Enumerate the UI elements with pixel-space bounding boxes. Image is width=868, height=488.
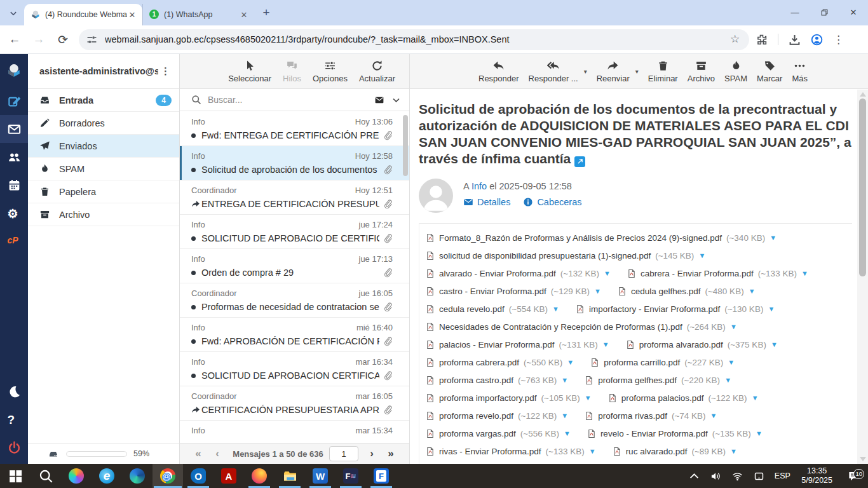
taskbar-chrome[interactable] bbox=[153, 464, 183, 488]
rail-item-compose[interactable] bbox=[0, 87, 28, 115]
attachment-menu-icon[interactable]: ▼ bbox=[730, 323, 737, 330]
message-row[interactable]: InfoHoy 12:58Solicitud de aprobación de … bbox=[180, 146, 409, 180]
volume-icon[interactable] bbox=[705, 471, 726, 482]
search-scope-icon[interactable] bbox=[373, 95, 386, 105]
toolbar-button-eliminar[interactable]: Eliminar bbox=[648, 60, 678, 83]
minimize-button[interactable]: — bbox=[780, 0, 810, 24]
attachment-menu-icon[interactable]: ▼ bbox=[561, 376, 568, 384]
notification-center[interactable]: 10 bbox=[839, 470, 868, 482]
attachment-item[interactable]: proforma imporfactory.pdf(~105 KB)▼ bbox=[426, 389, 592, 407]
attachment-name[interactable]: cabrera - Enviar Proforma.pdf bbox=[641, 269, 754, 278]
profile-icon[interactable] bbox=[811, 34, 823, 46]
rail-item-calendar[interactable] bbox=[0, 171, 28, 199]
reload-button[interactable]: ⟳ bbox=[53, 30, 72, 49]
bookmark-star-icon[interactable]: ☆ bbox=[730, 34, 742, 45]
back-button[interactable]: ← bbox=[5, 30, 24, 49]
attachment-menu-icon[interactable]: ▼ bbox=[801, 269, 808, 277]
attachment-item[interactable]: proforma cabrera.pdf(~550 KB)▼ bbox=[426, 353, 574, 371]
attachment-menu-icon[interactable]: ▼ bbox=[589, 447, 596, 455]
attachment-item[interactable]: Necesidades de Contratación y Recepción … bbox=[426, 318, 737, 336]
attachment-menu-icon[interactable]: ▼ bbox=[730, 447, 737, 455]
folder-item-entrada[interactable]: Entrada4 bbox=[28, 89, 179, 112]
taskbar-firefox[interactable] bbox=[244, 464, 275, 488]
attachment-item[interactable]: rivas - Enviar Proforma.pdf(~133 KB)▼ bbox=[426, 442, 596, 460]
attachment-name[interactable]: solicitud de disponibilidad presupuestar… bbox=[439, 251, 651, 261]
next-page-button[interactable]: › bbox=[362, 447, 381, 460]
browser-menu-icon[interactable]: ⋮ bbox=[833, 33, 841, 46]
attachment-name[interactable]: proforma vargas.pdf bbox=[439, 429, 516, 438]
recipient-link[interactable]: Info bbox=[471, 181, 487, 191]
folder-item-papelera[interactable]: Papelera bbox=[28, 180, 179, 203]
attachment-menu-icon[interactable]: ▼ bbox=[561, 412, 568, 419]
attachment-name[interactable]: ruc alvarado.pdf bbox=[626, 447, 688, 456]
attachment-menu-icon[interactable]: ▼ bbox=[710, 412, 717, 419]
taskbar-outlook[interactable]: O bbox=[183, 464, 214, 488]
rail-item-dark-mode[interactable] bbox=[0, 377, 28, 405]
attachment-name[interactable]: imporfactory - Enviar Proforma.pdf bbox=[589, 304, 720, 314]
taskbar-start[interactable] bbox=[0, 464, 31, 488]
first-page-button[interactable]: « bbox=[189, 447, 208, 460]
toolbar-button-opciones[interactable]: Opciones bbox=[313, 60, 348, 83]
clock[interactable]: 13:35 5/9/2025 bbox=[795, 466, 839, 485]
account-menu-icon[interactable]: ⋮ bbox=[158, 65, 173, 77]
dropdown-caret-icon[interactable]: ▾ bbox=[635, 68, 639, 75]
message-row[interactable]: CoordinadorHoy 12:51ENTREGA DE CERTIFICA… bbox=[180, 180, 409, 215]
site-info-icon[interactable] bbox=[86, 34, 97, 45]
scroll-down-arrow[interactable] bbox=[860, 457, 866, 461]
attachment-name[interactable]: rivas - Enviar Proforma.pdf bbox=[439, 447, 541, 456]
rail-item-contacts[interactable] bbox=[0, 143, 28, 171]
attachment-name[interactable]: proforma cabrera.pdf bbox=[439, 358, 519, 367]
address-bar[interactable]: webmail.sanjuan.gob.ec/cpsess4685020211/… bbox=[79, 29, 749, 50]
toolbar-button-reenviar[interactable]: Reenviar bbox=[597, 60, 630, 83]
attachment-name[interactable]: proforma alvarado.pdf bbox=[639, 340, 723, 349]
folder-item-spam[interactable]: SPAM bbox=[28, 158, 179, 180]
new-tab-button[interactable]: + bbox=[258, 4, 275, 21]
reader-scrollbar[interactable] bbox=[857, 90, 868, 464]
attachment-item[interactable]: cedula revelo.pdf(~554 KB)▼ bbox=[426, 300, 559, 318]
message-row[interactable]: Infomar 15:34 bbox=[180, 421, 409, 443]
attachment-item[interactable]: ruc alvarado.pdf(~89 KB)▼ bbox=[613, 442, 737, 460]
attachment-item[interactable]: solicitud de disponibilidad presupuestar… bbox=[426, 247, 705, 264]
attachment-item[interactable]: palacios - Enviar Proforma.pdf(~131 KB)▼ bbox=[426, 336, 609, 353]
tray-expand-icon[interactable] bbox=[683, 471, 705, 482]
message-row[interactable]: Coordinadormar 16:05CERTIFICACIÓN PRESUP… bbox=[180, 386, 409, 421]
taskbar-edge[interactable] bbox=[122, 464, 153, 488]
attachment-menu-icon[interactable]: ▼ bbox=[770, 234, 776, 241]
folder-item-enviados[interactable]: Enviados bbox=[28, 135, 179, 158]
attachment-item[interactable]: proforma palacios.pdf(~122 KB)▼ bbox=[608, 389, 759, 407]
attachment-name[interactable]: proforma gelfhes.pdf bbox=[598, 376, 677, 385]
taskbar-acrobat[interactable]: A bbox=[214, 464, 244, 488]
attachment-name[interactable]: revelo - Enviar Proforma.pdf bbox=[600, 429, 708, 438]
last-page-button[interactable]: » bbox=[381, 447, 400, 460]
toolbar-button-marcar[interactable]: Marcar bbox=[757, 60, 782, 83]
attachment-menu-icon[interactable]: ▼ bbox=[728, 358, 735, 366]
message-row[interactable]: InfoHoy 13:06Fwd: ENTREGA DE CERTIFICACI… bbox=[180, 112, 409, 146]
attachment-item[interactable]: cabrera - Enviar Proforma.pdf(~133 KB)▼ bbox=[627, 264, 808, 282]
url-text[interactable]: webmail.sanjuan.gob.ec/cpsess4685020211/… bbox=[105, 34, 730, 44]
attachment-name[interactable]: Formato_8_Razón de Proformas y Análisis … bbox=[439, 233, 722, 243]
attachment-name[interactable]: proforma revelo.pdf bbox=[439, 411, 513, 421]
attachment-item[interactable]: proforma rivas.pdf(~74 KB)▼ bbox=[585, 407, 717, 424]
attachment-name[interactable]: cedula gelfhes.pdf bbox=[631, 287, 701, 296]
attachment-item[interactable]: cedula gelfhes.pdf(~480 KB)▼ bbox=[618, 282, 756, 300]
attachment-menu-icon[interactable]: ▼ bbox=[768, 305, 775, 313]
attachment-item[interactable]: proforma vargas.pdf(~556 KB)▼ bbox=[426, 424, 571, 442]
rail-item-logout[interactable] bbox=[0, 433, 28, 461]
attachment-menu-icon[interactable]: ▼ bbox=[564, 430, 571, 437]
attachment-item[interactable]: proforma gelfhes.pdf(~220 KB)▼ bbox=[585, 371, 731, 389]
scrollbar-thumb[interactable] bbox=[859, 98, 866, 276]
attachment-menu-icon[interactable]: ▼ bbox=[602, 341, 609, 348]
attachment-menu-icon[interactable]: ▼ bbox=[585, 394, 592, 402]
downloads-icon[interactable] bbox=[789, 34, 801, 46]
attachment-item[interactable]: alvarado - Enviar Proforma.pdf(~132 KB)▼ bbox=[426, 264, 611, 282]
attachment-menu-icon[interactable]: ▼ bbox=[771, 341, 778, 348]
folder-item-archivo[interactable]: Archivo bbox=[28, 203, 179, 226]
taskbar-search[interactable] bbox=[31, 464, 61, 488]
toolbar-button-actualizar[interactable]: Actualizar bbox=[359, 60, 395, 83]
attachment-menu-icon[interactable]: ▼ bbox=[552, 305, 559, 313]
taskbar-word[interactable]: W bbox=[305, 464, 336, 488]
attachment-name[interactable]: Necesidades de Contratación y Recepción … bbox=[439, 322, 682, 332]
attachment-item[interactable]: revelo - Enviar Proforma.pdf(~135 KB)▼ bbox=[587, 424, 763, 442]
toolbar-button-hilos[interactable]: Hilos bbox=[283, 60, 301, 83]
message-row[interactable]: Infojue 17:24SOLICITUD DE APROBACIO DE C… bbox=[180, 215, 409, 249]
